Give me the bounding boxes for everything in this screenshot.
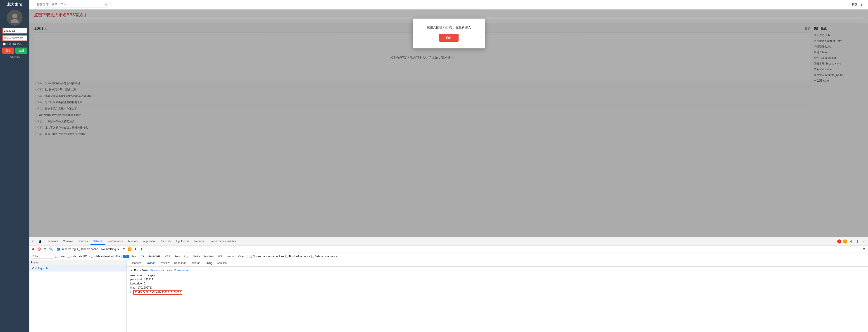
inspect-element-icon[interactable]: ⬚	[31, 239, 36, 244]
register-button[interactable]: 注册	[16, 48, 27, 54]
preserve-log-label[interactable]: Preserve log	[57, 248, 75, 251]
tab-performance[interactable]: Performance	[105, 238, 126, 245]
detail-tab-payload[interactable]: Payload	[143, 260, 157, 266]
detail-tab-response[interactable]: Response	[172, 260, 188, 266]
detail-panel: Headers Payload Preview Response Initiat…	[127, 260, 868, 332]
forgot-password-link[interactable]: 找回密码	[10, 56, 20, 59]
invert-label[interactable]: Invert	[55, 255, 66, 258]
search-bar[interactable]: 🔍	[34, 2, 111, 7]
close-devtools-icon[interactable]: ✕	[862, 239, 866, 244]
filter-manifest-btn[interactable]: Manifest	[203, 254, 215, 258]
filter-input[interactable]	[31, 254, 54, 259]
form-data-value: 27fd0c4c88b2e3de2fe98656b7d7b062	[133, 290, 183, 295]
settings-icon-2[interactable]: ⚙	[862, 247, 866, 251]
third-party-checkbox[interactable]	[311, 255, 314, 258]
filter-all-btn[interactable]: All	[123, 254, 129, 258]
warning-badge[interactable]: 2	[843, 239, 847, 243]
detail-tab-preview[interactable]: Preview	[158, 260, 172, 266]
clear-icon[interactable]: 🚫	[37, 247, 41, 251]
modal-confirm-button[interactable]: 确认	[439, 34, 459, 42]
blocked-requests-label[interactable]: Blocked requests	[285, 255, 310, 258]
devtools-tab-bar: ⬚ 📱 Elements Console Sources Network Per…	[29, 237, 868, 246]
search-input[interactable]	[37, 3, 103, 6]
hide-ext-urls-checkbox[interactable]	[91, 255, 94, 258]
filter-css-btn[interactable]: CSS	[163, 254, 172, 258]
network-row-close[interactable]: ✕	[31, 266, 34, 270]
error-badge[interactable]: 1	[837, 239, 841, 243]
network-list-header: Name	[29, 260, 126, 265]
hide-data-urls-checkbox[interactable]	[67, 255, 70, 258]
detail-tab-cookies[interactable]: Cookies	[214, 260, 229, 266]
tab-console[interactable]: Console	[61, 238, 75, 245]
device-toolbar-icon[interactable]: 📱	[37, 239, 42, 244]
form-data-header: Form Data view source view URL-encoded	[130, 269, 864, 272]
upload-icon[interactable]: ⬆	[134, 247, 138, 251]
help-link[interactable]: 帮助中心	[852, 3, 864, 7]
devtools-icons-right: 1 2 ⚙ ⋮ ✕	[837, 239, 866, 244]
file-icon: ⚙	[35, 267, 37, 270]
filter-fetch-btn[interactable]: Fetch/XHR	[147, 254, 162, 258]
filter-other-btn[interactable]: Other	[237, 254, 246, 258]
login-button[interactable]: 登录	[2, 48, 14, 54]
tab-security[interactable]: Security	[159, 238, 173, 245]
view-source-link[interactable]: view source	[150, 269, 164, 272]
disable-cache-checkbox[interactable]	[78, 248, 80, 250]
filter-font-btn[interactable]: Font	[173, 254, 181, 258]
tab-memory[interactable]: Memory	[126, 238, 140, 245]
disable-cache-text: Disable cache	[81, 248, 98, 251]
blocked-requests-text: Blocked requests	[289, 255, 310, 258]
filter-wasm-btn[interactable]: Wasm	[225, 254, 235, 258]
tab-recorder[interactable]: Recorder	[192, 238, 208, 245]
auth-buttons: 登录 注册	[2, 48, 27, 54]
third-party-label[interactable]: 3rd-party requests	[311, 255, 337, 258]
form-data-key: keepalive:	[130, 282, 143, 285]
invert-checkbox[interactable]	[55, 255, 58, 258]
preserve-log-checkbox[interactable]	[57, 248, 60, 250]
blocked-requests-checkbox[interactable]	[285, 255, 288, 258]
disable-cache-label[interactable]: Disable cache	[78, 248, 98, 251]
tab-sources[interactable]: Sources	[75, 238, 90, 245]
detail-tab-timing[interactable]: Timing	[202, 260, 215, 266]
record-icon[interactable]: ⏺	[31, 247, 35, 251]
search-icon[interactable]: 🔍	[49, 247, 53, 251]
download-icon[interactable]: ⬇	[140, 247, 144, 251]
hide-ext-urls-label[interactable]: Hide extension URLs	[91, 255, 120, 258]
devtools-filter-bar: Invert Hide data URLs Hide extension URL…	[29, 253, 868, 260]
detail-tab-headers[interactable]: Headers	[128, 260, 143, 266]
form-data-key: time:	[130, 286, 136, 289]
filter-media-btn[interactable]: Media	[191, 254, 202, 258]
remember-checkbox[interactable]	[3, 42, 6, 46]
avatar	[7, 10, 23, 26]
blocked-cookies-label[interactable]: Blocked response cookies	[249, 255, 284, 258]
tab-performance-insights[interactable]: Performance insights	[208, 238, 238, 245]
tab-lighthouse[interactable]: Lighthouse	[174, 238, 192, 245]
password-field[interactable]	[2, 35, 27, 41]
blocked-cookies-checkbox[interactable]	[249, 255, 252, 258]
hide-data-urls-label[interactable]: Hide data URLs	[67, 255, 90, 258]
detail-content: Form Data view source view URL-encoded u…	[127, 267, 868, 298]
network-row-login[interactable]: ✕ ⚙ login.php	[29, 265, 126, 272]
settings-icon[interactable]: ⚙	[849, 239, 854, 244]
form-data-key: password:	[130, 278, 143, 281]
tab-application[interactable]: Application	[141, 238, 159, 245]
form-data-value: 123123	[144, 278, 153, 281]
throttle-select[interactable]: No throttling	[100, 247, 120, 251]
filter-ws-btn[interactable]: WS	[216, 254, 224, 258]
filter-js-btn[interactable]: JS	[140, 254, 146, 258]
view-encoded-link[interactable]: view URL-encoded	[166, 269, 189, 272]
throttle-dropdown-icon[interactable]: ▼	[122, 247, 126, 251]
sidebar-title: 北大未名	[7, 2, 22, 7]
username-field[interactable]	[2, 28, 27, 34]
tab-network[interactable]: Network	[91, 238, 105, 245]
filter-doc-btn[interactable]: Doc	[130, 254, 138, 258]
name-header: Name	[31, 261, 38, 264]
filter-img-btn[interactable]: Img	[183, 254, 190, 258]
tab-elements[interactable]: Elements	[44, 238, 60, 245]
more-options-icon[interactable]: ⋮	[855, 239, 860, 244]
form-data-row: username:zhangkai	[130, 274, 864, 277]
wifi-icon[interactable]: 📶	[128, 247, 132, 251]
remember-me[interactable]: 下次自动登录	[3, 42, 22, 46]
page-content: 点击下载北大未名BBS官方手 全站十大 更多 校外游客暂不能访问十大热门话题，请…	[29, 9, 868, 237]
detail-tab-initiator[interactable]: Initiator	[188, 260, 202, 266]
filter-icon[interactable]: ▼	[43, 247, 47, 251]
